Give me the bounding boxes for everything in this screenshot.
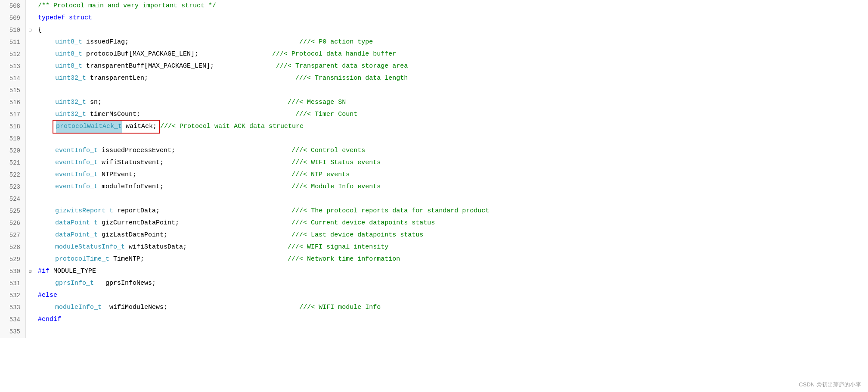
code-content: eventInfo_t wifiStatusEvent; ///< WIFI S… — [34, 157, 868, 169]
line-number: 516 — [0, 96, 26, 109]
type-text: protocolTime_t — [55, 253, 109, 265]
code-line: 513uint8_t transparentBuff[MAX_PACKAGE_L… — [0, 60, 868, 72]
comment-text: ///< Transparent data storage area — [276, 60, 408, 72]
code-spacer — [144, 253, 288, 265]
code-line: 534#endif — [0, 314, 868, 326]
fold-icon[interactable]: ⊟ — [26, 24, 34, 36]
code-content: eventInfo_t issuedProcessEvent; ///< Con… — [34, 145, 868, 157]
code-line: 529protocolTime_t TimeNTP; ///< Network … — [0, 253, 868, 265]
line-number: 509 — [0, 12, 26, 24]
code-spacer — [214, 60, 276, 72]
comment-text: ///< NTP events — [291, 169, 350, 181]
code-line: 511uint8_t issuedFlag; ///< P0 action ty… — [0, 36, 868, 48]
code-content: dataPoint_t gizLastDataPoint; ///< Last … — [34, 229, 868, 241]
keyword-text: #endif — [38, 314, 61, 326]
code-content: gizwitsReport_t reportData; ///< The pro… — [34, 205, 868, 217]
code-line: 528moduleStatusInfo_t wifiStatusData; //… — [0, 241, 868, 253]
code-text: reportData; — [113, 205, 160, 217]
code-text: transparentLen; — [86, 72, 148, 84]
code-line: 530⊟#if MODULE_TYPE — [0, 265, 868, 277]
type-text: uint8_t — [55, 48, 82, 60]
line-number: 508 — [0, 0, 26, 12]
line-number: 514 — [0, 72, 26, 84]
code-text: NTPEvent; — [98, 169, 136, 181]
code-text: sn; — [86, 96, 102, 109]
code-spacer — [198, 48, 272, 60]
comment-text: ///< Protocol wait ACK data structure — [160, 121, 304, 133]
keyword-text: #if — [38, 265, 50, 277]
code-spacer — [187, 241, 288, 253]
keyword-text: #else — [38, 289, 57, 302]
code-text: MODULE_TYPE — [50, 265, 96, 277]
code-line: 520eventInfo_t issuedProcessEvent; ///< … — [0, 145, 868, 157]
watermark: CSDN @初出茅庐的小李 — [799, 381, 861, 389]
code-text: gizLastDataPoint; — [98, 229, 167, 241]
comment-text: ///< The protocol reports data for stand… — [291, 205, 489, 217]
code-content: #else — [34, 289, 868, 302]
code-spacer — [160, 205, 291, 217]
line-number: 527 — [0, 229, 26, 241]
code-line: 521eventInfo_t wifiStatusEvent; ///< WIF… — [0, 157, 868, 169]
code-line: 514uint32_t transparentLen; ///< Transmi… — [0, 72, 868, 84]
code-spacer — [175, 145, 291, 157]
code-content: #if MODULE_TYPE — [34, 265, 868, 277]
comment-text: ///< WIFI signal intensity — [288, 241, 388, 253]
code-content: #endif — [34, 314, 868, 326]
type-text: uint32_t — [55, 72, 86, 84]
code-content: moduleStatusInfo_t wifiStatusData; ///< … — [34, 241, 868, 253]
line-number: 518 — [0, 121, 26, 133]
comment-text: ///< Network time information — [288, 253, 400, 265]
code-spacer — [140, 109, 295, 121]
type-text: gizwitsReport_t — [55, 205, 113, 217]
comment-text: ///< WIFI Status events — [291, 157, 381, 169]
type-text: moduleStatusInfo_t — [55, 241, 125, 253]
code-text: wifiStatusEvent; — [98, 157, 164, 169]
code-content: moduleInfo_t wifiModuleNews; ///< WIFI m… — [34, 302, 868, 314]
code-line: 531gprsInfo_t gprsInfoNews; — [0, 277, 868, 289]
type-text: gprsInfo_t — [55, 277, 94, 289]
code-line: 515 — [0, 84, 868, 96]
type-text: dataPoint_t — [55, 217, 98, 229]
comment-text: ///< Last device datapoints status — [291, 229, 423, 241]
fold-icon[interactable]: ⊟ — [26, 265, 34, 277]
comment-text: ///< Control events — [291, 145, 365, 157]
type-text: eventInfo_t — [55, 181, 98, 193]
code-content: uint8_t protocolBuf[MAX_PACKAGE_LEN]; //… — [34, 48, 868, 60]
code-line: 525gizwitsReport_t reportData; ///< The … — [0, 205, 868, 217]
line-number: 534 — [0, 314, 26, 326]
type-text: eventInfo_t — [55, 169, 98, 181]
code-text: gizCurrentDataPoint; — [98, 217, 179, 229]
code-text: wifiStatusData; — [125, 241, 187, 253]
line-number: 530 — [0, 265, 26, 277]
selected-type-text: protocolWaitAck_t — [56, 121, 122, 133]
line-number: 521 — [0, 157, 26, 169]
code-editor: 508/** Protocol main and very important … — [0, 0, 868, 392]
code-text: issuedProcessEvent; — [98, 145, 175, 157]
type-text: uint8_t — [55, 36, 82, 48]
keyword-text: typedef struct — [38, 12, 92, 24]
line-number: 511 — [0, 36, 26, 48]
code-spacer — [148, 72, 295, 84]
code-content: { — [34, 24, 868, 36]
code-text: timerMsCount; — [86, 109, 140, 121]
code-content: uint32_t transparentLen; ///< Transmissi… — [34, 72, 868, 84]
type-text: moduleInfo_t — [55, 302, 102, 314]
code-content: uint8_t issuedFlag; ///< P0 action type — [34, 36, 868, 48]
code-content: protocolTime_t TimeNTP; ///< Network tim… — [34, 253, 868, 265]
code-content: dataPoint_t gizCurrentDataPoint; ///< Cu… — [34, 217, 868, 229]
code-line: 522eventInfo_t NTPEvent; ///< NTP events — [0, 169, 868, 181]
comment-text: ///< Protocol data handle buffer — [272, 48, 396, 60]
code-line: 526dataPoint_t gizCurrentDataPoint; ///<… — [0, 217, 868, 229]
line-number: 515 — [0, 84, 26, 96]
code-text: wifiModuleNews; — [102, 302, 167, 314]
code-text: { — [38, 24, 42, 36]
line-number: 532 — [0, 289, 26, 302]
code-content: gprsInfo_t gprsInfoNews; — [34, 277, 868, 289]
code-spacer — [102, 96, 288, 109]
code-line: 533moduleInfo_t wifiModuleNews; ///< WIF… — [0, 302, 868, 314]
comment-text: ///< WIFI module Info — [299, 302, 381, 314]
comment-text: ///< Transmission data length — [295, 72, 408, 84]
line-number: 533 — [0, 302, 26, 314]
code-content: eventInfo_t moduleInfoEvent; ///< Module… — [34, 181, 868, 193]
code-line: 524 — [0, 193, 868, 205]
